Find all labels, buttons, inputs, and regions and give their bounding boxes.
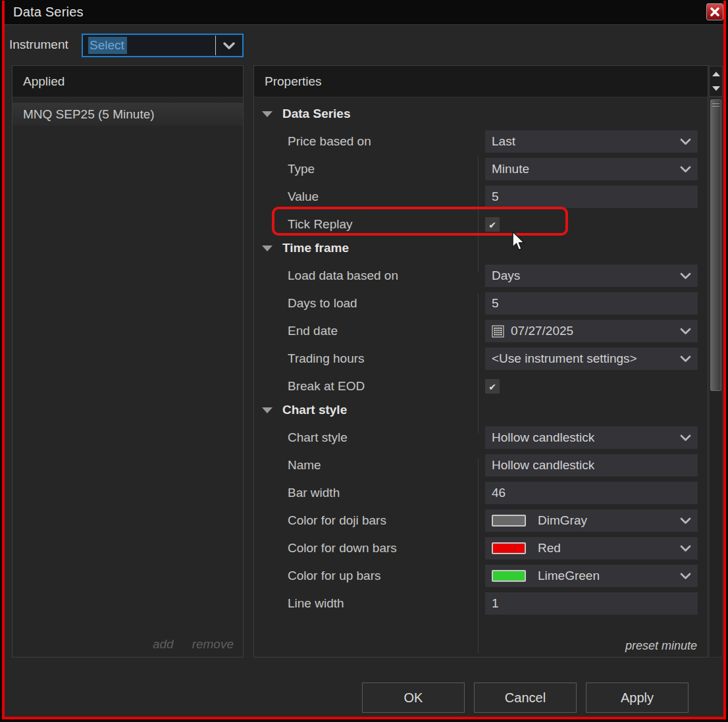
applied-item-label: MNQ SEP25 (5 Minute): [23, 107, 155, 122]
checkbox-checked-icon: [488, 379, 496, 394]
data-series-dialog: Data Series Instrument Select Applied: [0, 0, 728, 722]
color-doji-bars-dropdown[interactable]: DimGray: [485, 509, 698, 532]
break-at-eod-cell: [485, 375, 698, 398]
bar-width-input[interactable]: 46: [485, 482, 698, 504]
close-button[interactable]: [706, 3, 723, 20]
scroll-down-button[interactable]: [710, 82, 722, 97]
instrument-dropdown-button[interactable]: [216, 41, 242, 50]
row-chart-style: Chart style Hollow candlestick: [264, 426, 698, 449]
arrow-up-icon: [712, 72, 720, 76]
scrollbar-thumb[interactable]: [710, 99, 721, 391]
properties-panel-header: Properties: [254, 66, 708, 97]
thumb-grip-line: [712, 106, 719, 107]
applied-list-item[interactable]: MNQ SEP25 (5 Minute): [13, 103, 243, 126]
applied-actions: add remove: [153, 637, 234, 652]
applied-panel-header: Applied: [13, 66, 243, 97]
row-bar-width: Bar width 46: [264, 482, 698, 504]
arrow-down-icon: [712, 86, 720, 91]
instrument-label: Instrument: [9, 38, 68, 52]
trading-hours-dropdown[interactable]: <Use instrument settings>: [485, 348, 698, 370]
window-frame-bottom: [2, 717, 726, 719]
calendar-icon: [492, 325, 504, 338]
scrollbar-track[interactable]: [709, 97, 723, 658]
value-input[interactable]: 5: [485, 186, 698, 208]
dialog-title: Data Series: [5, 5, 84, 20]
preset-label: preset minute: [625, 639, 697, 653]
collapse-triangle-icon: [262, 111, 273, 117]
cancel-button[interactable]: Cancel: [474, 683, 577, 713]
column-divider: [478, 294, 479, 433]
instrument-select[interactable]: Select: [82, 34, 244, 57]
row-line-width: Line width 1: [264, 592, 698, 615]
row-name: Name Hollow candlestick: [264, 454, 698, 477]
section-header-chart-style[interactable]: Chart style: [262, 403, 708, 417]
load-data-based-on-dropdown[interactable]: Days: [485, 265, 698, 287]
chevron-down-icon: [680, 355, 691, 363]
row-load-data-based-on: Load data based on Days: [264, 265, 698, 287]
color-swatch: [492, 570, 526, 582]
instrument-selected-value: Select: [88, 37, 127, 54]
row-type: Type Minute: [264, 158, 698, 180]
color-swatch: [492, 542, 526, 554]
row-value: Value 5: [264, 186, 698, 208]
tick-replay-cell: [485, 213, 698, 236]
section-header-data-series[interactable]: Data Series: [262, 107, 708, 121]
ok-button[interactable]: OK: [362, 683, 465, 713]
row-price-based-on: Price based on Last: [264, 130, 698, 153]
color-up-bars-dropdown[interactable]: LimeGreen: [485, 565, 698, 587]
row-color-doji-bars: Color for doji bars DimGray: [264, 509, 698, 532]
remove-button[interactable]: remove: [192, 637, 234, 652]
row-color-down-bars: Color for down bars Red: [264, 537, 698, 559]
chevron-down-icon: [680, 166, 691, 173]
line-width-input[interactable]: 1: [485, 592, 698, 615]
row-tick-replay: Tick Replay: [264, 213, 698, 236]
row-color-up-bars: Color for up bars LimeGreen: [264, 565, 698, 587]
apply-button[interactable]: Apply: [586, 683, 689, 713]
instrument-value-wrap[interactable]: Select: [83, 38, 215, 53]
chevron-down-icon: [680, 517, 691, 525]
chevron-down-icon: [680, 328, 691, 335]
column-divider: [478, 458, 479, 654]
row-end-date: End date 07/27/2025: [264, 320, 698, 342]
properties-header-label: Properties: [265, 74, 322, 89]
column-divider: [478, 157, 479, 272]
color-swatch: [492, 515, 526, 527]
price-based-on-dropdown[interactable]: Last: [485, 130, 698, 153]
properties-panel: Properties Data Series Price based on La…: [253, 65, 708, 658]
collapse-triangle-icon: [262, 407, 273, 413]
chart-style-dropdown[interactable]: Hollow candlestick: [485, 426, 698, 449]
section-header-time-frame[interactable]: Time frame: [262, 241, 708, 255]
tick-replay-checkbox[interactable]: [485, 217, 500, 232]
window-frame-left: [2, 1, 5, 719]
scroll-up-button[interactable]: [710, 66, 722, 82]
window-frame-right: [723, 1, 726, 719]
type-dropdown[interactable]: Minute: [485, 158, 698, 180]
checkbox-checked-icon: [488, 217, 496, 232]
chevron-down-icon: [680, 272, 691, 280]
end-date-picker[interactable]: 07/27/2025: [485, 320, 698, 342]
titlebar[interactable]: Data Series: [5, 0, 723, 25]
close-icon: [710, 7, 719, 16]
applied-header-label: Applied: [23, 74, 65, 89]
row-trading-hours: Trading hours <Use instrument settings>: [264, 348, 698, 370]
properties-content: Data Series Price based on Last Type Min…: [254, 97, 708, 657]
name-input[interactable]: Hollow candlestick: [485, 454, 698, 477]
collapse-triangle-icon: [262, 245, 273, 251]
chevron-down-icon: [222, 41, 236, 50]
row-break-at-eod: Break at EOD: [264, 375, 698, 398]
chevron-down-icon: [680, 545, 691, 552]
thumb-grip-line: [712, 103, 719, 104]
add-button[interactable]: add: [153, 637, 174, 652]
applied-panel: Applied MNQ SEP25 (5 Minute) add remove: [12, 65, 244, 658]
chevron-down-icon: [680, 434, 691, 442]
chevron-down-icon: [680, 138, 691, 145]
scrollbar-buttons: [709, 66, 723, 97]
days-to-load-input[interactable]: 5: [485, 292, 698, 315]
break-at-eod-checkbox[interactable]: [485, 379, 500, 394]
color-down-bars-dropdown[interactable]: Red: [485, 537, 698, 559]
row-days-to-load: Days to load 5: [264, 292, 698, 315]
chevron-down-icon: [680, 573, 691, 580]
